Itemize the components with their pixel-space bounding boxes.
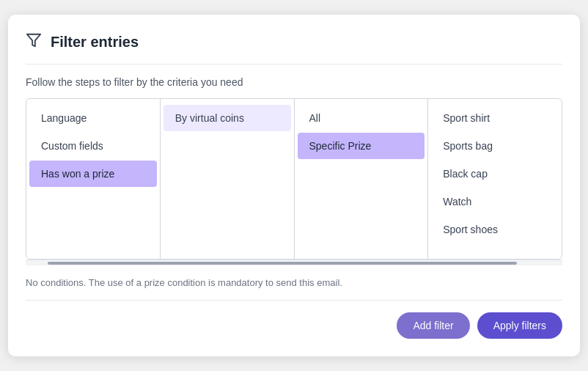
filter-col-3: All Specific Prize [295,99,429,259]
filter-item-sports-bag[interactable]: Sports bag [431,133,559,159]
add-filter-button[interactable]: Add filter [397,312,469,339]
filter-item-sport-shoes[interactable]: Sport shoes [431,216,559,243]
filter-item-has-won-prize[interactable]: Has won a prize [29,161,157,187]
filter-col-4: Sport shirt Sports bag Black cap Watch S… [428,99,562,259]
filter-item-black-cap[interactable]: Black cap [431,161,559,187]
modal-header: Filter entries [26,32,562,65]
filter-item-all[interactable]: All [298,105,425,131]
instruction-text: Follow the steps to filter by the criter… [26,76,562,88]
scrollbar-thumb[interactable] [48,262,517,265]
no-conditions-text: No conditions. The use of a prize condit… [26,265,562,301]
filter-modal: Filter entries Follow the steps to filte… [8,15,580,356]
filter-item-by-virtual-coins[interactable]: By virtual coins [163,105,291,131]
filter-item-watch[interactable]: Watch [431,188,559,215]
filter-col-1: Language Custom fields Has won a prize [26,99,161,259]
modal-footer: Add filter Apply filters [26,312,562,339]
filter-item-custom-fields[interactable]: Custom fields [29,133,157,159]
filter-item-language[interactable]: Language [29,105,157,131]
svg-marker-0 [27,34,40,47]
filter-columns-container: Language Custom fields Has won a prize B… [26,98,562,260]
apply-filters-button[interactable]: Apply filters [477,312,562,339]
filter-icon [26,32,42,52]
filter-col-2: By virtual coins [161,99,295,259]
scrollbar-area [26,260,562,265]
modal-title: Filter entries [51,34,139,51]
filter-item-specific-prize[interactable]: Specific Prize [298,133,425,159]
filter-item-sport-shirt[interactable]: Sport shirt [431,105,559,131]
